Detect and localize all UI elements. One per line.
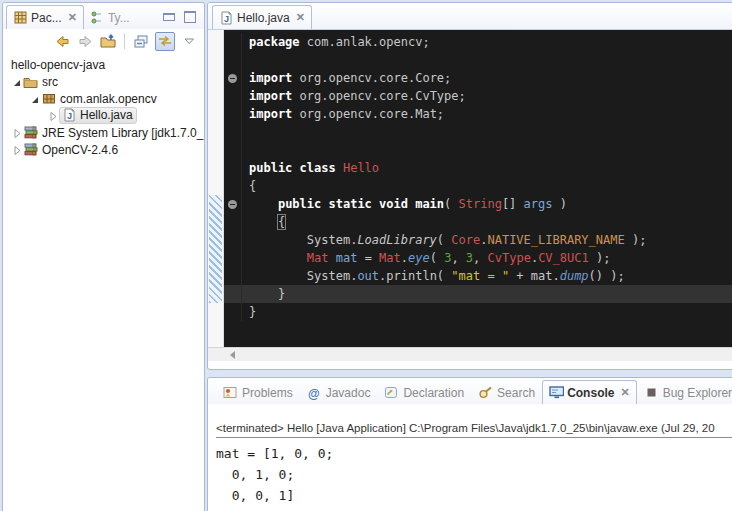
tree-item-src[interactable]: src	[3, 73, 204, 90]
code-text: import org.opencv.core.CvType;	[242, 87, 466, 105]
editor-hscrollbar[interactable]	[208, 347, 732, 361]
code-line-11[interactable]: {	[224, 213, 732, 231]
code-line-12[interactable]: System.LoadLibrary( Core.NATIVE_LIBRARY_…	[224, 231, 732, 249]
maximize-icon[interactable]	[184, 11, 196, 23]
collapsed-arrow-icon[interactable]	[11, 127, 22, 139]
package-explorer-icon	[13, 11, 28, 25]
code-line-3[interactable]: import org.opencv.core.Core;	[224, 69, 732, 87]
up-icon[interactable]	[99, 33, 117, 50]
collapsed-arrow-icon[interactable]	[47, 110, 58, 122]
close-icon[interactable]: ✕	[620, 387, 629, 398]
tree-item-opencv-2-4-6[interactable]: OpenCV-2.4.6	[3, 141, 204, 158]
code-line-2[interactable]	[224, 51, 732, 69]
collapse-all-icon[interactable]	[132, 33, 150, 50]
javadoc-icon: @	[307, 386, 322, 400]
problems-icon	[223, 386, 238, 400]
expanded-arrow-icon[interactable]	[29, 93, 40, 105]
code-text: }	[242, 285, 285, 303]
fold-margin	[224, 87, 242, 105]
fold-collapse-icon[interactable]	[228, 74, 237, 83]
tab-label: Declaration	[403, 386, 464, 400]
expanded-arrow-icon[interactable]	[11, 76, 22, 88]
code-line-9[interactable]: {	[224, 177, 732, 195]
tab-hello-java[interactable]: J Hello.java ✕	[212, 5, 312, 29]
range-indicator	[209, 195, 222, 303]
svg-text:J: J	[224, 14, 229, 24]
tree-item-label: hello-opencv-java	[11, 58, 105, 72]
editor-panel: J Hello.java ✕ package com.anlak.opencv;…	[207, 2, 732, 370]
code-line-13[interactable]: Mat mat = Mat.eye( 3, 3, CvType.CV_8UC1 …	[224, 249, 732, 267]
code-area[interactable]: package com.anlak.opencv;import org.open…	[224, 30, 732, 347]
tab-declaration[interactable]: Declaration	[377, 381, 471, 404]
close-icon[interactable]: ✕	[296, 12, 305, 23]
code-text: public static void main( String[] args )	[242, 195, 567, 213]
eclipse-window: Pac... ✕ Ty...	[0, 0, 732, 511]
tab-label: Javadoc	[326, 386, 371, 400]
svg-text:@: @	[308, 386, 320, 400]
tree-item-label: src	[42, 75, 58, 89]
tree-item-com-anlak-opencv[interactable]: com.anlak.opencv	[3, 90, 204, 107]
code-text: import org.opencv.core.Core;	[242, 69, 451, 87]
fold-margin	[224, 177, 242, 195]
tab-package-explorer[interactable]: Pac... ✕	[6, 5, 84, 29]
forward-icon[interactable]	[76, 33, 94, 50]
fold-margin	[224, 105, 242, 123]
code-text: System.out.println( "mat = " + mat.dump(…	[242, 267, 625, 285]
code-line-10[interactable]: public static void main( String[] args )	[224, 195, 732, 213]
package-explorer-toolbar	[3, 29, 204, 53]
scroll-left-icon[interactable]	[230, 351, 235, 359]
code-line-15[interactable]: }	[224, 285, 732, 303]
tab-type-hierarchy[interactable]: Ty...	[84, 6, 139, 29]
code-line-1[interactable]: package com.anlak.opencv;	[224, 33, 732, 51]
console-icon	[549, 386, 564, 400]
package-explorer-panel: Pac... ✕ Ty...	[2, 2, 205, 511]
tree-item-hello-opencv-java[interactable]: hello-opencv-java	[3, 56, 204, 73]
collapsed-arrow-icon[interactable]	[11, 144, 22, 156]
code-text: {	[242, 213, 285, 231]
code-line-14[interactable]: System.out.println( "mat = " + mat.dump(…	[224, 267, 732, 285]
tab-label: Console	[567, 386, 614, 400]
tab-console[interactable]: Console✕	[542, 380, 637, 404]
close-icon[interactable]: ✕	[68, 12, 77, 23]
code-line-8[interactable]: public class Hello	[224, 159, 732, 177]
code-line-6[interactable]	[224, 123, 732, 141]
minimize-icon[interactable]	[163, 13, 175, 21]
code-line-7[interactable]	[224, 141, 732, 159]
console-status-line: <terminated> Hello [Java Application] C:…	[216, 422, 732, 438]
declaration-icon	[384, 386, 399, 400]
link-with-editor-icon[interactable]	[155, 32, 175, 51]
tab-label: Ty...	[108, 11, 130, 25]
package-icon	[41, 92, 56, 106]
console-output-line: 0, 1, 0;	[216, 464, 732, 485]
code-line-16[interactable]: }	[224, 303, 732, 321]
tree-item-label: Hello.java	[80, 108, 133, 122]
fold-margin	[224, 195, 242, 213]
fold-margin	[224, 249, 242, 267]
code-text: Mat mat = Mat.eye( 3, 3, CvType.CV_8UC1 …	[242, 249, 610, 267]
tab-javadoc[interactable]: @Javadoc	[300, 381, 378, 404]
code-editor[interactable]: package com.anlak.opencv;import org.open…	[208, 30, 732, 347]
code-line-4[interactable]: import org.opencv.core.CvType;	[224, 87, 732, 105]
back-icon[interactable]	[53, 33, 71, 50]
console-panel: Problems@JavadocDeclarationSearchConsole…	[207, 377, 732, 511]
selected-item-box[interactable]: JHello.java	[59, 107, 137, 124]
fold-margin	[224, 123, 242, 141]
tree-item-hello-java[interactable]: JHello.java	[3, 107, 204, 124]
view-menu-icon[interactable]	[180, 33, 198, 50]
tab-label: Bug Explorer	[663, 386, 732, 400]
search-icon	[478, 386, 493, 400]
tab-search[interactable]: Search	[471, 381, 542, 404]
console-output-line: mat = [1, 0, 0;	[216, 443, 732, 464]
sidebar-tabbar: Pac... ✕ Ty...	[3, 3, 204, 29]
code-line-5[interactable]: import org.opencv.core.Mat;	[224, 105, 732, 123]
code-text: System.LoadLibrary( Core.NATIVE_LIBRARY_…	[242, 231, 646, 249]
library-icon	[23, 126, 38, 140]
type-hierarchy-icon	[90, 11, 105, 25]
fold-collapse-icon[interactable]	[228, 200, 237, 209]
tab-bug-explorer[interactable]: Bug Explorer	[637, 381, 732, 404]
fold-margin	[224, 33, 242, 51]
tree-item-label: OpenCV-2.4.6	[42, 143, 118, 157]
tab-label: Hello.java	[237, 11, 290, 25]
tab-problems[interactable]: Problems	[216, 381, 300, 404]
tree-item-jre-system-library-jdk1-7-0-25[interactable]: JRE System Library [jdk1.7.0_25]	[3, 124, 204, 141]
